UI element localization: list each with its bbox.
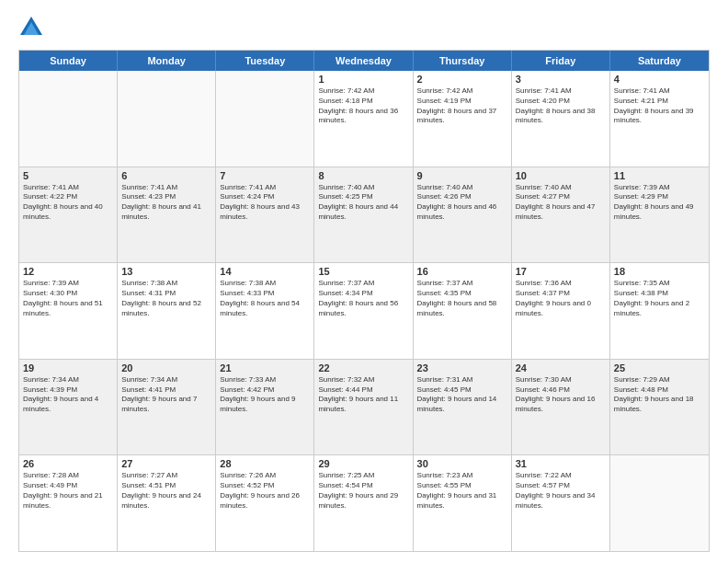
calendar-cell: 28Sunrise: 7:26 AM Sunset: 4:52 PM Dayli…: [216, 455, 314, 551]
calendar-cell: 18Sunrise: 7:35 AM Sunset: 4:38 PM Dayli…: [610, 263, 709, 359]
day-info: Sunrise: 7:36 AM Sunset: 4:37 PM Dayligh…: [516, 279, 606, 318]
calendar-cell: 13Sunrise: 7:38 AM Sunset: 4:31 PM Dayli…: [118, 263, 216, 359]
day-number: 4: [614, 74, 705, 85]
calendar-row: 5Sunrise: 7:41 AM Sunset: 4:22 PM Daylig…: [19, 167, 709, 263]
calendar-cell: 16Sunrise: 7:37 AM Sunset: 4:35 PM Dayli…: [414, 263, 512, 359]
calendar-row: 26Sunrise: 7:28 AM Sunset: 4:49 PM Dayli…: [19, 454, 709, 551]
day-info: Sunrise: 7:37 AM Sunset: 4:35 PM Dayligh…: [417, 279, 507, 318]
day-info: Sunrise: 7:28 AM Sunset: 4:49 PM Dayligh…: [23, 471, 113, 511]
day-info: Sunrise: 7:40 AM Sunset: 4:26 PM Dayligh…: [417, 183, 507, 223]
calendar-cell: 22Sunrise: 7:32 AM Sunset: 4:44 PM Dayli…: [314, 360, 413, 455]
day-number: 26: [23, 458, 113, 469]
weekday-header: Tuesday: [216, 51, 314, 71]
day-number: 7: [220, 170, 310, 181]
day-info: Sunrise: 7:41 AM Sunset: 4:22 PM Dayligh…: [23, 183, 113, 223]
calendar-cell: 15Sunrise: 7:37 AM Sunset: 4:34 PM Dayli…: [314, 263, 413, 359]
calendar-cell: 31Sunrise: 7:22 AM Sunset: 4:57 PM Dayli…: [512, 455, 610, 551]
day-number: 20: [121, 362, 211, 373]
calendar-cell: [19, 71, 118, 167]
day-number: 1: [318, 74, 408, 85]
day-info: Sunrise: 7:41 AM Sunset: 4:20 PM Dayligh…: [516, 86, 606, 126]
calendar-cell: 20Sunrise: 7:34 AM Sunset: 4:41 PM Dayli…: [118, 360, 216, 455]
day-number: 16: [417, 266, 507, 277]
day-info: Sunrise: 7:25 AM Sunset: 4:54 PM Dayligh…: [318, 471, 408, 511]
logo-icon: [18, 15, 44, 40]
day-number: 10: [516, 170, 606, 181]
day-info: Sunrise: 7:39 AM Sunset: 4:29 PM Dayligh…: [614, 183, 705, 223]
calendar: SundayMondayTuesdayWednesdayThursdayFrid…: [18, 50, 710, 552]
calendar-cell: [216, 71, 314, 167]
day-number: 5: [23, 170, 113, 181]
calendar-cell: 17Sunrise: 7:36 AM Sunset: 4:37 PM Dayli…: [512, 263, 610, 359]
day-info: Sunrise: 7:34 AM Sunset: 4:41 PM Dayligh…: [121, 375, 211, 415]
day-info: Sunrise: 7:27 AM Sunset: 4:51 PM Dayligh…: [121, 471, 211, 511]
calendar-cell: 1Sunrise: 7:42 AM Sunset: 4:18 PM Daylig…: [314, 71, 413, 167]
calendar-cell: 8Sunrise: 7:40 AM Sunset: 4:25 PM Daylig…: [314, 167, 413, 263]
day-number: 29: [318, 458, 408, 469]
calendar-cell: 9Sunrise: 7:40 AM Sunset: 4:26 PM Daylig…: [414, 167, 512, 263]
page: SundayMondayTuesdayWednesdayThursdayFrid…: [0, 0, 728, 563]
weekday-header: Saturday: [610, 51, 709, 71]
header: [18, 15, 710, 40]
calendar-cell: [610, 455, 709, 551]
day-number: 22: [318, 362, 408, 373]
weekday-header: Friday: [512, 51, 610, 71]
day-info: Sunrise: 7:30 AM Sunset: 4:46 PM Dayligh…: [516, 375, 606, 415]
day-info: Sunrise: 7:26 AM Sunset: 4:52 PM Dayligh…: [220, 471, 310, 511]
day-number: 11: [614, 170, 705, 181]
day-number: 9: [417, 170, 507, 181]
calendar-cell: 19Sunrise: 7:34 AM Sunset: 4:39 PM Dayli…: [19, 360, 118, 455]
calendar-cell: 23Sunrise: 7:31 AM Sunset: 4:45 PM Dayli…: [414, 360, 512, 455]
day-number: 6: [121, 170, 211, 181]
day-number: 17: [516, 266, 606, 277]
weekday-header: Monday: [118, 51, 216, 71]
day-info: Sunrise: 7:42 AM Sunset: 4:19 PM Dayligh…: [417, 86, 507, 126]
day-info: Sunrise: 7:33 AM Sunset: 4:42 PM Dayligh…: [220, 375, 310, 415]
day-number: 8: [318, 170, 408, 181]
calendar-cell: 7Sunrise: 7:41 AM Sunset: 4:24 PM Daylig…: [216, 167, 314, 263]
day-info: Sunrise: 7:42 AM Sunset: 4:18 PM Dayligh…: [318, 86, 408, 126]
day-number: 27: [121, 458, 211, 469]
day-info: Sunrise: 7:41 AM Sunset: 4:24 PM Dayligh…: [220, 183, 310, 223]
day-info: Sunrise: 7:23 AM Sunset: 4:55 PM Dayligh…: [417, 471, 507, 511]
calendar-cell: 29Sunrise: 7:25 AM Sunset: 4:54 PM Dayli…: [314, 455, 413, 551]
calendar-cell: 12Sunrise: 7:39 AM Sunset: 4:30 PM Dayli…: [19, 263, 118, 359]
day-info: Sunrise: 7:41 AM Sunset: 4:21 PM Dayligh…: [614, 86, 705, 126]
day-info: Sunrise: 7:38 AM Sunset: 4:33 PM Dayligh…: [220, 279, 310, 318]
day-number: 2: [417, 74, 507, 85]
day-info: Sunrise: 7:31 AM Sunset: 4:45 PM Dayligh…: [417, 375, 507, 415]
calendar-cell: 14Sunrise: 7:38 AM Sunset: 4:33 PM Dayli…: [216, 263, 314, 359]
day-info: Sunrise: 7:41 AM Sunset: 4:23 PM Dayligh…: [121, 183, 211, 223]
weekday-header: Wednesday: [314, 51, 413, 71]
day-number: 28: [220, 458, 310, 469]
day-number: 21: [220, 362, 310, 373]
day-number: 15: [318, 266, 408, 277]
calendar-cell: 27Sunrise: 7:27 AM Sunset: 4:51 PM Dayli…: [118, 455, 216, 551]
calendar-cell: 25Sunrise: 7:29 AM Sunset: 4:48 PM Dayli…: [610, 360, 709, 455]
day-number: 30: [417, 458, 507, 469]
calendar-cell: 2Sunrise: 7:42 AM Sunset: 4:19 PM Daylig…: [414, 71, 512, 167]
calendar-row: 12Sunrise: 7:39 AM Sunset: 4:30 PM Dayli…: [19, 262, 709, 359]
calendar-cell: 10Sunrise: 7:40 AM Sunset: 4:27 PM Dayli…: [512, 167, 610, 263]
day-number: 13: [121, 266, 211, 277]
day-info: Sunrise: 7:39 AM Sunset: 4:30 PM Dayligh…: [23, 279, 113, 318]
day-info: Sunrise: 7:29 AM Sunset: 4:48 PM Dayligh…: [614, 375, 705, 415]
day-number: 24: [516, 362, 606, 373]
day-info: Sunrise: 7:22 AM Sunset: 4:57 PM Dayligh…: [516, 471, 606, 511]
calendar-cell: 3Sunrise: 7:41 AM Sunset: 4:20 PM Daylig…: [512, 71, 610, 167]
calendar-cell: 4Sunrise: 7:41 AM Sunset: 4:21 PM Daylig…: [610, 71, 709, 167]
day-info: Sunrise: 7:40 AM Sunset: 4:25 PM Dayligh…: [318, 183, 408, 223]
calendar-cell: 30Sunrise: 7:23 AM Sunset: 4:55 PM Dayli…: [414, 455, 512, 551]
logo: [18, 15, 48, 40]
calendar-header: SundayMondayTuesdayWednesdayThursdayFrid…: [19, 51, 709, 71]
calendar-cell: 26Sunrise: 7:28 AM Sunset: 4:49 PM Dayli…: [19, 455, 118, 551]
calendar-cell: 21Sunrise: 7:33 AM Sunset: 4:42 PM Dayli…: [216, 360, 314, 455]
day-number: 14: [220, 266, 310, 277]
calendar-cell: [118, 71, 216, 167]
day-number: 19: [23, 362, 113, 373]
day-number: 25: [614, 362, 705, 373]
calendar-body: 1Sunrise: 7:42 AM Sunset: 4:18 PM Daylig…: [19, 71, 709, 551]
calendar-cell: 24Sunrise: 7:30 AM Sunset: 4:46 PM Dayli…: [512, 360, 610, 455]
calendar-cell: 11Sunrise: 7:39 AM Sunset: 4:29 PM Dayli…: [610, 167, 709, 263]
day-info: Sunrise: 7:37 AM Sunset: 4:34 PM Dayligh…: [318, 279, 408, 318]
